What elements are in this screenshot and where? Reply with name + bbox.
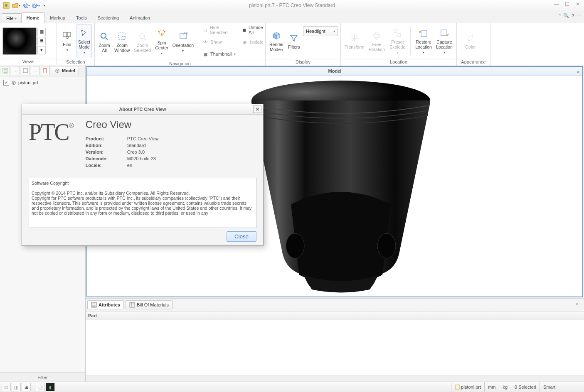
undo-icon[interactable]: ▾ xyxy=(22,1,31,10)
view-mode-icon[interactable]: ▢ xyxy=(36,383,45,391)
svg-rect-18 xyxy=(394,30,397,33)
layout-3-icon[interactable]: ⊞ xyxy=(22,383,31,391)
views-list-icon[interactable]: ≣ xyxy=(37,37,46,45)
dialog-title: About PTC Creo View xyxy=(119,107,166,112)
tab-tools[interactable]: Tools xyxy=(71,12,92,23)
svg-rect-19 xyxy=(398,34,401,37)
thumbnail-button[interactable]: ▦Thumbnail▾ xyxy=(200,48,238,60)
color-button: Color xyxy=(459,24,482,58)
redo-icon[interactable]: ▾ xyxy=(32,1,41,10)
search-help-icon[interactable]: 🔍 xyxy=(563,13,569,18)
capture-location-button[interactable]: Capture Location xyxy=(435,24,454,58)
views-grid-icon[interactable]: ▦ xyxy=(37,28,46,36)
nav-tab-3[interactable] xyxy=(21,66,30,75)
spin-center-button[interactable]: Spin Center xyxy=(154,25,170,59)
orientation-button[interactable]: ABOrientation xyxy=(171,25,195,59)
nav-tab-1[interactable] xyxy=(1,66,10,75)
zoom-window-button[interactable]: Zoom Window xyxy=(113,25,131,59)
svg-rect-3 xyxy=(67,32,71,37)
dialog-heading: Creo View xyxy=(86,119,256,130)
svg-point-25 xyxy=(286,233,304,258)
bottom-close-icon[interactable]: × xyxy=(576,301,582,308)
svg-rect-21 xyxy=(441,30,447,36)
svg-line-10 xyxy=(144,38,146,40)
status-unit-mass: kg xyxy=(499,382,511,392)
svg-point-26 xyxy=(377,233,396,258)
render-mode-button[interactable]: Render Mode xyxy=(268,24,285,58)
viewport-close-icon[interactable]: × xyxy=(575,68,582,74)
tree-label: pistoni.prt xyxy=(18,80,38,85)
layout-1-icon[interactable]: ▭ xyxy=(2,383,11,391)
console-icon[interactable]: ▮ xyxy=(46,383,55,391)
lighting-combo[interactable]: Headlight xyxy=(303,26,338,36)
dialog-close-icon[interactable]: ✕ xyxy=(253,105,261,113)
close-window-button[interactable]: ✕ xyxy=(573,1,582,7)
attributes-grid[interactable] xyxy=(86,320,584,375)
horizontal-scrollbar[interactable] xyxy=(86,375,584,382)
tab-attributes[interactable]: Attributes xyxy=(87,300,124,309)
select-mode-button[interactable]: Select Mode xyxy=(76,24,92,58)
viewport-title: Model xyxy=(328,69,342,74)
options-icon[interactable]: ⋯ xyxy=(577,13,582,18)
status-select-mode[interactable]: Smart xyxy=(540,382,584,392)
nav-tab-4[interactable]: … xyxy=(31,66,40,75)
titlebar: ▾ ▾ ▾ ▾ pistoni.prt.7 - PTC Creo View St… xyxy=(0,0,584,11)
filter-bar[interactable]: Filter xyxy=(0,372,85,382)
view-thumbnail[interactable] xyxy=(2,27,37,55)
tab-animation[interactable]: Animation xyxy=(124,12,155,23)
tab-home[interactable]: Home xyxy=(21,12,45,23)
zoom-all-button[interactable]: Zoom All xyxy=(97,25,111,59)
svg-text:AB: AB xyxy=(183,32,188,35)
file-menu[interactable]: File▾ xyxy=(2,13,21,23)
statusbar: ▭ ◫ ⊞ ▢ ▮ pistoni.prt mm kg 0 Selected S… xyxy=(0,382,584,392)
svg-rect-20 xyxy=(421,31,427,37)
svg-point-8 xyxy=(122,36,125,39)
svg-line-6 xyxy=(106,38,108,40)
attributes-panel: Part xyxy=(86,311,584,382)
attributes-col-header[interactable]: Part xyxy=(86,311,584,320)
ptc-logo: PTC® xyxy=(29,119,73,145)
help-icon[interactable]: ? xyxy=(572,13,574,18)
find-button[interactable]: Find xyxy=(59,24,75,58)
tree-checkbox[interactable]: ✔ xyxy=(3,80,9,86)
ribbon-group-display: Display xyxy=(266,59,340,66)
tab-bom[interactable]: Bill Of Materials xyxy=(126,300,172,309)
collapse-ribbon-icon[interactable]: ^ xyxy=(559,13,561,18)
unhide-all-button[interactable]: ◼Unhide All xyxy=(239,24,266,36)
tree-row-root[interactable]: ✔ pistoni.prt xyxy=(2,79,83,86)
copyright-box[interactable]: Software Copyright Copyright © 2014 PTC … xyxy=(29,178,256,228)
svg-rect-29 xyxy=(455,385,459,389)
tab-markup[interactable]: Markup xyxy=(44,12,71,23)
views-expand-icon[interactable]: ▾ xyxy=(37,46,46,54)
svg-point-16 xyxy=(373,34,380,37)
ribbon-group-appearance: Appearance xyxy=(457,59,490,66)
nav-tab-5[interactable] xyxy=(41,66,50,75)
bottom-tabs: Attributes Bill Of Materials × xyxy=(86,298,584,311)
nav-tab-2[interactable]: … xyxy=(11,66,20,75)
open-icon[interactable]: ▾ xyxy=(12,1,21,10)
qat-customize-icon[interactable]: ▾ xyxy=(42,1,47,10)
status-unit-length: mm xyxy=(484,382,499,392)
preset-explode-button: Preset Explode xyxy=(388,24,407,58)
show-button: 👁Show xyxy=(200,36,238,48)
filters-button[interactable]: Filters xyxy=(286,24,301,58)
close-button[interactable]: Close xyxy=(227,231,256,242)
tab-sectioning[interactable]: Sectioning xyxy=(92,12,124,23)
status-file: pistoni.prt xyxy=(451,382,484,392)
zoom-selected-button: Zoom Selected xyxy=(133,25,152,59)
maximize-button[interactable]: ☐ xyxy=(562,1,572,7)
nav-tab-model[interactable]: Model xyxy=(51,66,79,75)
svg-rect-2 xyxy=(63,32,67,37)
layout-2-icon[interactable]: ◫ xyxy=(12,383,21,391)
ribbon-group-views: Views xyxy=(0,59,57,66)
svg-rect-23 xyxy=(23,69,27,73)
app-icon[interactable] xyxy=(2,1,11,10)
about-dialog: About PTC Creo View✕ PTC® Creo View Prod… xyxy=(22,104,264,246)
svg-point-1 xyxy=(5,4,7,7)
isolate-button: ◉Isolate xyxy=(239,36,266,48)
minimize-button[interactable]: — xyxy=(552,1,561,7)
ribbon-group-location: Location xyxy=(341,59,456,66)
restore-location-button[interactable]: Restore Location xyxy=(414,24,433,58)
transform-button: Transform xyxy=(343,24,365,58)
svg-point-17 xyxy=(375,32,378,39)
